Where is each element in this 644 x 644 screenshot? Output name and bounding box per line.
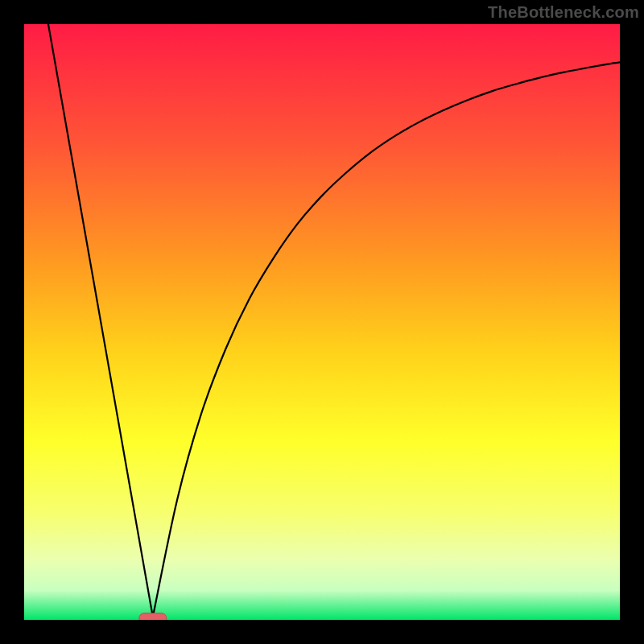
chart-frame: TheBottleneck.com: [0, 0, 644, 644]
watermark-text: TheBottleneck.com: [488, 3, 639, 22]
plot-area: [24, 24, 620, 620]
gradient-background: [24, 24, 620, 620]
chart-svg: [24, 24, 620, 620]
min-marker: [139, 613, 167, 620]
